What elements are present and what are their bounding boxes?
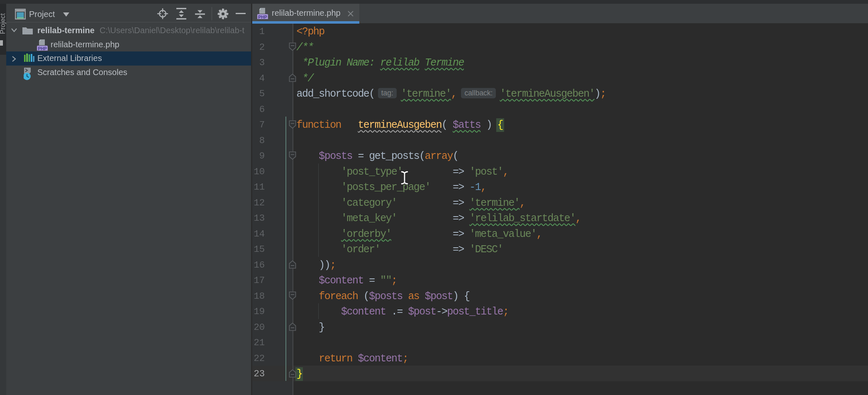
svg-text:PHP: PHP: [258, 15, 267, 20]
svg-text:PHP: PHP: [38, 46, 47, 51]
